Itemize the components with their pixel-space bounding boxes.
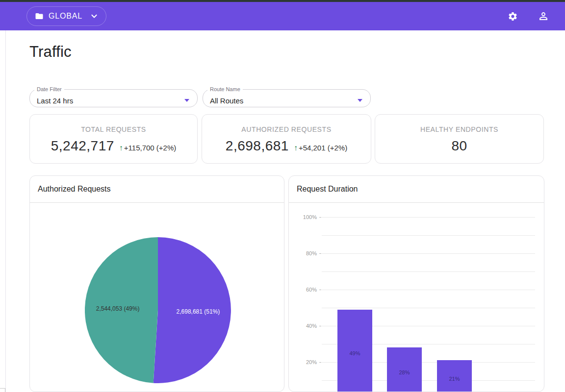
chart-title: Request Duration (289, 176, 544, 203)
folder-icon (35, 12, 44, 21)
y-axis-label: 80% (289, 250, 317, 256)
trend-up-icon: ↑ (294, 144, 298, 152)
dropdown-arrow-icon (358, 99, 362, 102)
y-axis-label: 20% (289, 359, 317, 365)
browser-status-corner (0, 388, 5, 392)
pie-slice-label: 2,544,053 (49%) (96, 305, 140, 312)
bar-value-label: 21% (437, 376, 472, 382)
account-button[interactable] (538, 10, 549, 22)
stat-delta: ↑+54,201 (+2%) (294, 144, 347, 152)
route-name-select[interactable]: Route Name All Routes (203, 86, 371, 107)
authorized-requests-chart-card: Authorized Requests 2,698,681 (51%)2,544… (29, 175, 284, 392)
request-duration-chart-card: Request Duration 100%80%60%40%20%49%28%2… (288, 175, 544, 392)
axis-tick (319, 362, 321, 363)
chart-title: Authorized Requests (30, 176, 284, 203)
stat-card-total-requests: TOTAL REQUESTS 5,242,717 ↑+115,700 (+2%) (29, 114, 198, 164)
stat-value: 80 (451, 138, 467, 154)
page-title: Traffic (29, 43, 72, 61)
content-left-border (5, 30, 6, 392)
bar-value-label: 49% (337, 350, 372, 356)
grid-line (322, 290, 535, 290)
date-filter-select[interactable]: Date Filter Last 24 hrs (29, 86, 198, 107)
grid-line (322, 253, 535, 254)
stat-value: 5,242,717 (51, 138, 114, 154)
stat-label: AUTHORIZED REQUESTS (241, 125, 331, 133)
stat-card-healthy-endpoints: HEALTHY ENDPOINTS 80 (375, 114, 544, 164)
axis-tick (319, 217, 321, 218)
grid-line (322, 308, 535, 308)
person-icon (538, 10, 549, 22)
grid-line (322, 217, 535, 218)
pie-chart: 2,698,681 (51%)2,544,053 (49%) (30, 203, 284, 392)
workspace-selector[interactable]: GLOBAL (26, 6, 106, 26)
stat-label: HEALTHY ENDPOINTS (420, 125, 498, 133)
route-name-label: Route Name (207, 86, 243, 92)
y-axis-label: 40% (289, 323, 317, 329)
y-axis-label: 100% (289, 214, 317, 220)
axis-tick (319, 326, 321, 326)
trend-up-icon: ↑ (119, 144, 123, 152)
appbar-actions (508, 10, 549, 22)
grid-line (322, 235, 535, 236)
dropdown-arrow-icon (184, 99, 189, 102)
pie-slice-label: 2,698,681 (51%) (177, 308, 220, 315)
stat-label: TOTAL REQUESTS (81, 125, 146, 133)
stat-card-authorized-requests: AUTHORIZED REQUESTS 2,698,681 ↑+54,201 (… (202, 114, 371, 164)
settings-button[interactable] (508, 11, 518, 22)
workspace-label: GLOBAL (49, 12, 82, 21)
app-window: GLOBAL Traffic Date Filter Last 24 hrs (0, 0, 565, 392)
date-filter-label: Date Filter (34, 86, 64, 92)
bar-chart: 100%80%60%40%20%49%28%21% (289, 203, 544, 392)
gear-icon (508, 11, 518, 22)
axis-tick (319, 253, 321, 254)
app-bar: GLOBAL (0, 2, 565, 30)
chevron-down-icon (90, 12, 98, 20)
y-axis-label: 60% (289, 287, 317, 293)
grid-line (322, 271, 535, 272)
route-name-value: All Routes (210, 97, 243, 105)
date-filter-value: Last 24 hrs (37, 97, 73, 105)
stat-delta: ↑+115,700 (+2%) (119, 144, 176, 152)
bar-value-label: 28% (387, 369, 422, 375)
stat-value: 2,698,681 (226, 138, 289, 154)
axis-tick (319, 290, 321, 290)
